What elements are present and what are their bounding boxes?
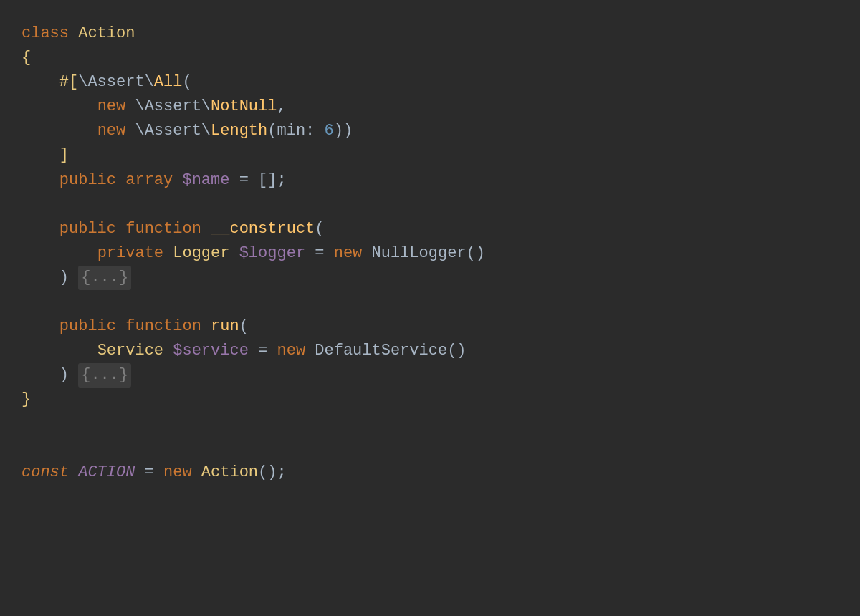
code-line-13: ) {...} [22,363,846,388]
code-line-11: public function run( [22,314,846,339]
var-service: $service [173,339,249,363]
collapsed-body-2: {...} [78,363,131,388]
paren-3: )) [334,119,353,143]
code-line-5: new \Assert\Length(min: 6)) [22,119,846,143]
class-name-action: Action [78,21,135,46]
hash-attr-open: #[ [59,70,78,95]
indent-5 [22,168,59,193]
indent-8 [22,266,59,290]
var-logger: $logger [239,241,305,266]
class-service: Service [97,339,173,363]
keyword-function-1: function [125,217,211,241]
keyword-new-5: new [163,461,201,485]
paren-4: ( [315,217,324,241]
code-line-8: public function __construct( [22,217,846,241]
equals-3: = [249,339,277,363]
keyword-array: array [125,168,182,193]
code-line-9: private Logger $logger = new NullLogger(… [22,241,846,266]
keyword-new-3: new [334,241,372,266]
paren-semi: (); [258,461,287,485]
blank-line-1 [22,193,846,217]
keyword-public-3: public [59,314,125,339]
code-line-2: { [22,46,846,70]
attr-close-bracket: ] [59,143,69,168]
indent-1 [22,70,59,95]
keyword-new-4: new [277,339,315,363]
keyword-new-2: new [97,119,135,143]
indent-4 [22,143,59,168]
indent-11 [22,363,59,388]
const-action: ACTION [78,461,135,485]
code-line-7: public array $name = []; [22,168,846,193]
assert-notnull: NotNull [211,95,277,119]
equals-2: = [305,241,334,266]
indent-10 [22,339,97,363]
indent-7 [22,241,97,266]
assert-length: Length [211,119,267,143]
equals-4: = [135,461,163,485]
param-min: min: [277,119,324,143]
class-name-action-2: Action [201,461,258,485]
indent-2 [22,95,97,119]
code-line-4: new \Assert\NotNull, [22,95,846,119]
assert-ns-2: \Assert\ [135,95,211,119]
paren-close-2: ) [59,363,78,388]
number-6: 6 [325,119,334,143]
default-service: DefaultService() [315,339,466,363]
class-logger: Logger [173,241,239,266]
blank-line-3 [22,412,846,436]
null-logger: NullLogger() [372,241,485,266]
code-line-10: ) {...} [22,266,846,290]
close-brace: } [22,388,31,412]
keyword-public-2: public [59,217,125,241]
collapsed-body-1: {...} [78,266,131,290]
func-construct: __construct [211,217,315,241]
paren-2: ( [267,119,277,143]
code-line-12: Service $service = new DefaultService() [22,339,846,363]
comma-1: , [277,95,286,119]
indent-9 [22,314,59,339]
code-line-1: class Action [22,21,846,46]
assert-all: All [154,70,183,95]
code-editor: class Action { #[\Assert\All( new \Asser… [0,0,860,616]
code-content: class Action { #[\Assert\All( new \Asser… [22,21,846,595]
indent-3 [22,119,97,143]
paren-close-1: ) [59,266,78,290]
var-name: $name [182,168,229,193]
open-brace: { [22,46,31,70]
keyword-const: const [22,461,78,485]
equals-1: = []; [229,168,286,193]
paren-5: ( [239,314,249,339]
code-line-6: ] [22,143,846,168]
keyword-private: private [97,241,173,266]
blank-line-2 [22,290,846,314]
keyword-public-1: public [59,168,125,193]
code-line-3: #[\Assert\All( [22,70,846,95]
code-line-15: const ACTION = new Action(); [22,461,846,485]
assert-ns-3: \Assert\ [135,119,211,143]
indent-6 [22,217,59,241]
code-line-14: } [22,388,846,412]
keyword-new-1: new [97,95,135,119]
paren-1: ( [182,70,191,95]
keyword-function-2: function [125,314,211,339]
assert-ns-1: \Assert\ [78,70,154,95]
keyword-class: class [22,21,78,46]
blank-line-4 [22,436,846,461]
func-run: run [211,314,239,339]
